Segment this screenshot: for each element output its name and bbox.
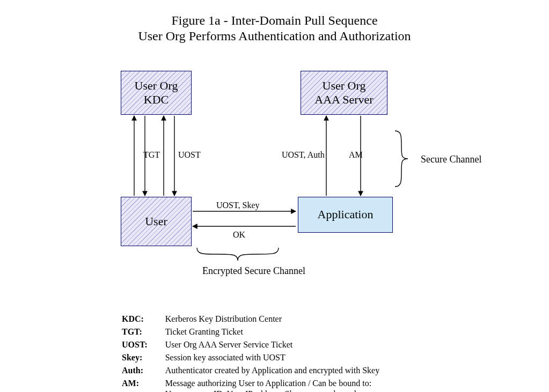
node-label: User — [145, 215, 167, 228]
glossary-term: Auth: — [121, 365, 164, 376]
glossary-term: UOST: — [121, 339, 164, 351]
edge-label-am: AM — [349, 150, 363, 160]
edge-label-ok: OK — [233, 230, 245, 240]
edge-label-tgt: TGT — [143, 150, 160, 160]
node-application: Application — [298, 197, 393, 233]
glossary-term: Skey: — [121, 352, 164, 364]
edge-label-uost: UOST — [178, 150, 201, 160]
glossary-row: Auth:Authenticator created by Applicatio… — [121, 365, 380, 376]
glossary-row: AM:Message authorizing User to Applicati… — [121, 378, 380, 392]
title-line2: User Org Performs Authentication and Aut… — [138, 29, 411, 43]
glossary-body: KDC:Kerberos Key Distribution CenterTGT:… — [121, 313, 380, 392]
node-label: User OrgAAA Server — [314, 79, 373, 106]
annotation-secure-channel: Secure Channel — [421, 154, 481, 165]
node-user: User — [121, 197, 192, 246]
glossary-row: UOST:User Org AAA Server Service Ticket — [121, 339, 380, 351]
glossary-term: TGT: — [121, 326, 164, 338]
annotation-encrypted-secure-channel: Encrypted Secure Channel — [202, 265, 305, 277]
node-label: Application — [318, 208, 374, 221]
glossary-row: KDC:Kerberos Key Distribution Center — [121, 313, 380, 325]
glossary-definition: Kerberos Key Distribution Center — [165, 313, 380, 325]
node-user-org-kdc: User OrgKDC — [121, 71, 192, 115]
glossary-row: TGT:Ticket Granting Ticket — [121, 326, 380, 338]
glossary-table: KDC:Kerberos Key Distribution CenterTGT:… — [120, 312, 381, 392]
node-user-org-aaa-server: User OrgAAA Server — [301, 71, 387, 115]
glossary-definition: Message authorizing User to Application … — [165, 378, 380, 392]
glossary-definition: User Org AAA Server Service Ticket — [165, 339, 380, 351]
title-line1: Figure 1a - Inter-Domain Pull Sequence — [171, 13, 377, 27]
diagram-title: Figure 1a - Inter-Domain Pull Sequence U… — [0, 0, 549, 44]
glossary-row: Skey:Session key associated with UOST — [121, 352, 380, 364]
edge-label-uost-auth: UOST, Auth — [282, 150, 325, 160]
node-label: User OrgKDC — [135, 79, 178, 106]
glossary-term: KDC: — [121, 313, 164, 325]
diagram-canvas: User OrgKDC User OrgAAA Server User Appl… — [0, 44, 549, 312]
edge-label-uost-skey: UOST, Skey — [216, 201, 260, 210]
glossary-definition: Ticket Granting Ticket — [165, 326, 380, 338]
glossary-term: AM: — [121, 378, 164, 392]
glossary-definition: Session key associated with UOST — [165, 352, 380, 364]
glossary-definition: Authenticator created by Application and… — [165, 365, 380, 376]
